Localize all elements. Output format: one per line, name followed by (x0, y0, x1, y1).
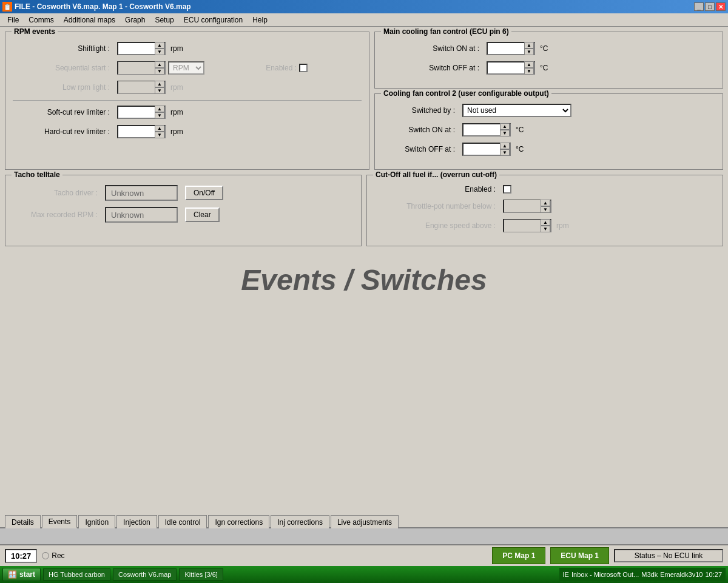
main-fan-switch-off-unit: °C (540, 64, 548, 72)
menu-additional-maps[interactable]: Additional maps (59, 15, 120, 25)
tab-inj-corrections[interactable]: Inj corrections (271, 515, 329, 528)
fan2-switch-on-spinbox[interactable]: 60 ▲ ▼ (462, 123, 511, 136)
soft-cut-down[interactable]: ▼ (155, 112, 164, 119)
tab-live-adjustments[interactable]: Live adjustments (331, 515, 399, 528)
main-fan-off-up[interactable]: ▲ (524, 61, 534, 68)
taskbar-item-3[interactable]: Kittles [3/6] (179, 568, 223, 581)
main-fan-switch-on-row: Switch ON at : 105 ▲ ▼ °C (382, 42, 715, 55)
taskbar-item-1[interactable]: HG Tubbed carbon (43, 568, 110, 581)
cutoff-enabled-label: Enabled : (374, 185, 496, 194)
hard-cut-up[interactable]: ▲ (155, 125, 164, 132)
throttle-pot-input: 254 (504, 200, 541, 212)
tray-item-emerald[interactable]: Emeraldk3v10 (660, 571, 703, 578)
low-rpm-spinbox: 0 ▲ ▼ (117, 81, 166, 94)
hard-cut-unit: rpm (170, 127, 183, 136)
divider1 (13, 100, 362, 101)
restore-button[interactable]: □ (705, 2, 715, 11)
sequential-start-label: Sequential start : (13, 64, 110, 72)
main-fan-switch-off-input[interactable]: 100 (488, 62, 524, 74)
shiftlight-label: Shiftlight : (13, 44, 110, 53)
tab-details[interactable]: Details (5, 515, 41, 528)
max-recorded-label: Max recorded RPM : (13, 211, 98, 219)
rpm-events-group: RPM events Shiftlight : 5750 ▲ ▼ rpm Seq… (5, 32, 369, 170)
shiftlight-spinbox[interactable]: 5750 ▲ ▼ (117, 42, 166, 55)
main-fan-switch-off-spinbox[interactable]: 100 ▲ ▼ (487, 61, 535, 75)
shiftlight-down[interactable]: ▼ (155, 49, 164, 55)
tab-ign-corrections[interactable]: Ign corrections (208, 515, 269, 528)
pc-map1-button[interactable]: PC Map 1 (492, 547, 545, 564)
main-area: RPM events Shiftlight : 5750 ▲ ▼ rpm Seq… (0, 27, 728, 511)
tab-idle-control[interactable]: Idle control (158, 515, 207, 528)
menu-comms[interactable]: Comms (24, 15, 58, 25)
taskbar-item-2[interactable]: Cosworth V6.map (113, 568, 177, 581)
soft-cut-spinbox[interactable]: 6500 ▲ ▼ (117, 106, 166, 119)
engine-speed-down: ▼ (541, 226, 550, 232)
soft-cut-input[interactable]: 6500 (118, 106, 155, 118)
cutoff-group: Cut-Off all fuel if... (overrun cut-off)… (366, 175, 723, 246)
cutoff-enabled-checkbox[interactable] (503, 185, 511, 194)
throttle-pot-up: ▲ (541, 200, 550, 206)
sequential-unit-select[interactable]: RPM (168, 61, 204, 75)
menu-help[interactable]: Help (248, 15, 272, 25)
title-bar: 📋 FILE - Cosworth V6.map. Map 1 - Coswor… (0, 0, 728, 13)
tray-item-m3dk[interactable]: M3dk (641, 571, 658, 578)
shiftlight-up[interactable]: ▲ (155, 42, 164, 49)
tray-item-outlook[interactable]: Inbox - Microsoft Out... (571, 571, 639, 578)
tab-events[interactable]: Events (42, 515, 78, 528)
main-fan-switch-off-row: Switch OFF at : 100 ▲ ▼ °C (382, 61, 715, 75)
fan2-switch-off-label: Switch OFF at : (382, 145, 455, 153)
tab-ignition[interactable]: Ignition (78, 515, 115, 528)
sequential-enabled-checkbox[interactable] (299, 64, 308, 72)
tray-clock: 10:27 (705, 571, 722, 578)
main-fan-switch-off-label: Switch OFF at : (382, 64, 479, 72)
max-recorded-display: Unknown (105, 207, 178, 223)
main-fan-switch-on-input[interactable]: 105 (488, 42, 524, 55)
throttle-pot-label: Throttle-pot number below : (374, 202, 496, 211)
fan2-off-down[interactable]: ▼ (500, 149, 510, 156)
main-fan-switch-on-spinbox[interactable]: 105 ▲ ▼ (487, 42, 535, 55)
menu-setup[interactable]: Setup (150, 15, 178, 25)
main-fan-switch-on-unit: °C (540, 44, 548, 53)
close-button[interactable]: ✕ (716, 2, 726, 11)
cooling-fan2-group: Cooling fan control 2 (user configurable… (374, 93, 723, 170)
fan2-switched-by-select[interactable]: Not used Coolant temp Air temp Oil temp (462, 104, 571, 117)
hard-cut-label: Hard-cut rev limiter : (13, 127, 110, 136)
tacho-telltale-title: Tacho telltale (12, 170, 62, 179)
main-fan-off-down[interactable]: ▼ (524, 68, 534, 75)
main-fan-on-up[interactable]: ▲ (524, 42, 534, 49)
shiftlight-input[interactable]: 5750 (118, 42, 155, 55)
ecu-map1-button[interactable]: ECU Map 1 (550, 547, 609, 564)
taskbar-tray: IE Inbox - Microsoft Out... M3dk Emerald… (559, 568, 726, 581)
hard-cut-spinbox[interactable]: 6750 ▲ ▼ (117, 125, 166, 138)
fan2-on-up[interactable]: ▲ (500, 123, 510, 130)
soft-cut-up[interactable]: ▲ (155, 106, 164, 112)
status-bar: 10:27 Rec PC Map 1 ECU Map 1 Status – No… (0, 544, 728, 566)
fan2-switched-by-label: Switched by : (382, 106, 455, 115)
fan2-switch-off-input[interactable]: 50 (463, 143, 500, 155)
menu-file[interactable]: File (2, 15, 24, 25)
main-fan-on-down[interactable]: ▼ (524, 49, 534, 55)
main-fan-switch-on-label: Switch ON at : (382, 44, 479, 53)
main-cooling-fan-title: Main cooling fan control (ECU pin 6) (381, 27, 511, 36)
status-text: Status – No ECU link (614, 549, 723, 562)
menu-graph[interactable]: Graph (120, 15, 150, 25)
hard-cut-down[interactable]: ▼ (155, 132, 164, 138)
tab-injection[interactable]: Injection (116, 515, 157, 528)
fan2-on-down[interactable]: ▼ (500, 130, 510, 136)
tacho-driver-value: Unknown (111, 189, 144, 198)
sequential-start-spinbox: 0 ▲ ▼ (117, 61, 166, 75)
fan2-off-up[interactable]: ▲ (500, 143, 510, 149)
sequential-start-input: 0 (118, 62, 155, 74)
fan2-switch-on-input[interactable]: 60 (463, 124, 500, 136)
menu-ecu-configuration[interactable]: ECU configuration (179, 15, 248, 25)
tacho-onoff-button[interactable]: On/Off (185, 186, 223, 200)
tabs-bar: Details Events Ignition Injection Idle c… (0, 511, 728, 528)
minimize-button[interactable]: _ (694, 2, 704, 11)
hard-cut-input[interactable]: 6750 (118, 126, 155, 138)
tacho-driver-row: Tacho driver : Unknown On/Off (13, 185, 354, 201)
rec-indicator: Rec (42, 551, 90, 560)
clear-button[interactable]: Clear (185, 207, 220, 222)
start-button[interactable]: 🪟 start (2, 568, 41, 581)
fan2-switch-off-spinbox[interactable]: 50 ▲ ▼ (462, 143, 511, 156)
tray-item-1[interactable]: IE (563, 571, 569, 578)
